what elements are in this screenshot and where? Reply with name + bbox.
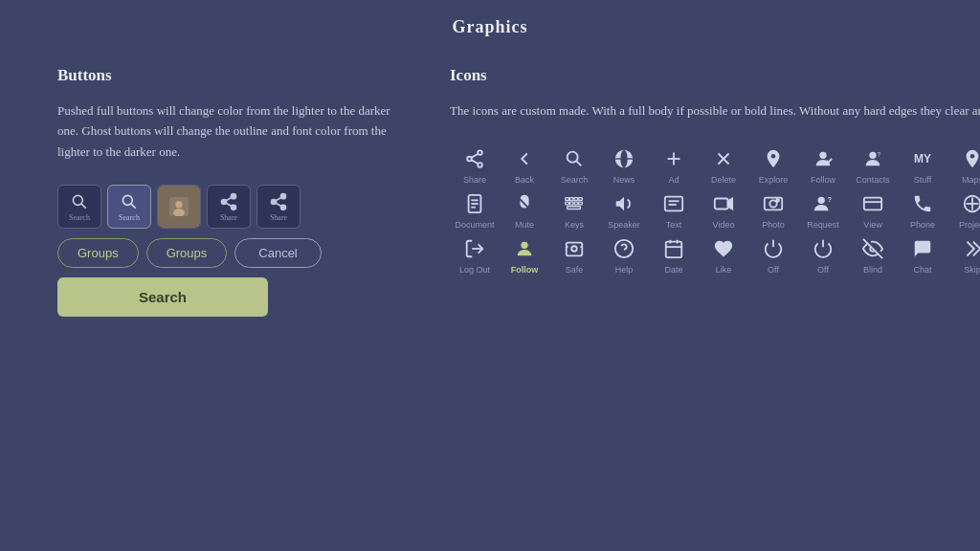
icon-button-row: Search Search [57, 185, 412, 229]
svg-rect-42 [569, 198, 573, 201]
ghost-button-row: Groups Groups Cancel [57, 238, 412, 268]
svg-point-18 [467, 157, 472, 162]
svg-rect-46 [569, 203, 573, 206]
icon-text[interactable]: Text [649, 188, 699, 230]
icon-ad[interactable]: Ad [649, 143, 699, 185]
share-icon-label-1: Share [220, 213, 237, 222]
icon-phone[interactable]: Phone [898, 188, 947, 230]
icon-contacts[interactable]: ? Contacts [848, 143, 898, 185]
buttons-demo: Search Search [57, 185, 412, 317]
icon-stuff[interactable]: MY Stuff [898, 143, 947, 185]
avatar-btn[interactable] [157, 185, 201, 229]
icon-row-3: Log Out Follow Safe [450, 233, 980, 275]
icon-follow[interactable]: Follow [798, 143, 848, 185]
share-icon-btn-2[interactable]: Share [256, 185, 301, 229]
icons-desc: The icons are custom made. With a full b… [450, 100, 980, 121]
icons-grid: Share Back Search [450, 143, 980, 275]
icon-skip[interactable]: Skip [947, 233, 980, 275]
svg-rect-41 [566, 198, 569, 201]
groups-btn-2[interactable]: Groups [146, 238, 228, 268]
buttons-title: Buttons [57, 66, 412, 85]
icon-request[interactable]: ? Request [798, 188, 848, 230]
svg-text:?: ? [878, 152, 881, 159]
icons-title: Icons [450, 66, 980, 85]
share-icon-btn-1[interactable]: Share [207, 185, 251, 229]
icon-follow-2[interactable]: Follow [500, 233, 549, 275]
svg-line-1 [81, 204, 86, 209]
icon-row-1: Share Back Search [450, 143, 980, 185]
icon-speaker[interactable]: Speaker [599, 188, 649, 230]
svg-line-21 [472, 154, 478, 158]
icon-chat[interactable]: Chat [898, 233, 947, 275]
groups-btn-1[interactable]: Groups [57, 238, 139, 268]
icon-safe[interactable]: Safe [549, 233, 599, 275]
icon-logout[interactable]: Log Out [450, 233, 500, 275]
icon-share[interactable]: Share [450, 143, 500, 185]
svg-point-7 [232, 193, 236, 198]
svg-point-17 [478, 151, 482, 156]
svg-rect-73 [666, 242, 682, 257]
svg-point-66 [521, 242, 527, 249]
svg-point-9 [232, 205, 236, 209]
svg-rect-60 [864, 198, 881, 210]
svg-point-32 [819, 152, 826, 159]
page-title: Graphics [0, 0, 980, 47]
svg-rect-53 [715, 199, 728, 209]
icon-video[interactable]: Video [699, 188, 748, 230]
svg-line-3 [131, 204, 136, 209]
icon-explore[interactable]: Explore [748, 143, 798, 185]
svg-line-10 [226, 203, 232, 206]
icon-document[interactable]: Document [450, 188, 500, 230]
icon-project[interactable]: Project [947, 188, 980, 230]
cancel-btn[interactable]: Cancel [234, 238, 321, 268]
svg-rect-47 [574, 203, 578, 206]
svg-point-56 [769, 201, 776, 208]
icon-news[interactable]: News [599, 143, 649, 185]
buttons-panel: Buttons Pushed full buttons will change … [57, 66, 412, 317]
icon-help[interactable]: Help [599, 233, 649, 275]
svg-rect-49 [568, 207, 581, 209]
svg-point-22 [568, 152, 578, 163]
icon-photo[interactable]: Photo [748, 188, 798, 230]
icon-off-1[interactable]: Off [748, 233, 798, 275]
svg-line-23 [576, 162, 581, 166]
svg-point-35 [970, 154, 975, 159]
svg-line-11 [226, 197, 232, 200]
svg-point-58 [818, 197, 825, 204]
search-full-btn[interactable]: Search [57, 277, 268, 317]
svg-point-13 [272, 199, 277, 204]
svg-point-68 [571, 247, 577, 253]
icon-off-2[interactable]: Off [798, 233, 848, 275]
svg-point-2 [122, 195, 132, 205]
icon-mute[interactable]: Mute [500, 188, 549, 230]
svg-point-8 [222, 199, 227, 204]
svg-point-33 [869, 152, 876, 159]
svg-rect-45 [566, 203, 569, 206]
icon-date[interactable]: Date [649, 233, 699, 275]
svg-point-12 [281, 193, 286, 198]
svg-point-57 [776, 199, 779, 202]
svg-line-15 [276, 203, 281, 206]
search-icon-label-1: Search [69, 213, 90, 222]
svg-rect-48 [579, 203, 583, 206]
icon-blind[interactable]: Blind [848, 233, 898, 275]
svg-marker-54 [728, 199, 733, 209]
share-icon-label-2: Share [270, 213, 287, 222]
icon-search[interactable]: Search [549, 143, 599, 185]
icon-like[interactable]: Like [699, 233, 748, 275]
search-icon-btn-active[interactable]: Search [107, 185, 151, 229]
icon-view[interactable]: View [848, 188, 898, 230]
icon-row-2: Document Mute [450, 188, 980, 230]
icon-keys[interactable]: Keys [549, 188, 599, 230]
icon-delete[interactable]: Delete [699, 143, 748, 185]
search-icon-btn-small[interactable]: Search [57, 185, 101, 229]
svg-rect-44 [579, 198, 583, 201]
svg-point-31 [771, 154, 776, 159]
buttons-desc: Pushed full buttons will change color fr… [57, 100, 412, 162]
icon-maps[interactable]: Maps [947, 143, 980, 185]
icon-back[interactable]: Back [500, 143, 549, 185]
svg-rect-67 [567, 243, 583, 256]
svg-line-20 [472, 161, 478, 165]
svg-point-0 [73, 195, 82, 205]
svg-point-5 [175, 201, 182, 208]
